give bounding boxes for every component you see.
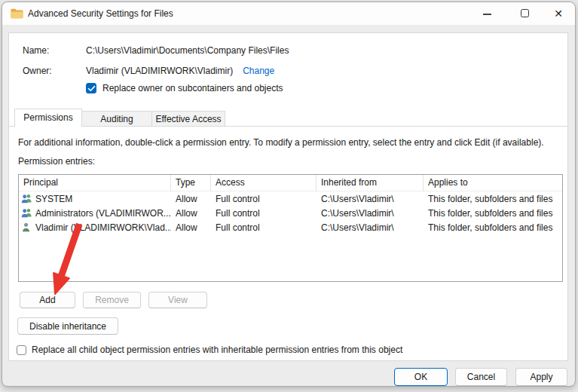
replace-child-label: Replace all child object permission entr… [32, 345, 402, 355]
window-title: Advanced Security Settings for Files [28, 2, 173, 25]
table-header: Principal Type Access Inherited from App… [19, 175, 562, 191]
replace-owner-checkbox[interactable] [86, 83, 96, 93]
minimize-icon [483, 14, 491, 15]
owner-row: Owner: Vladimir (VLADIMIRWORK\Vladimir) … [23, 66, 274, 76]
owner-value: Vladimir (VLADIMIRWORK\Vladimir) [86, 66, 233, 76]
cell-type: Allow [171, 208, 211, 219]
change-owner-link[interactable]: Change [243, 66, 274, 76]
maximize-icon [521, 9, 529, 17]
ok-button[interactable]: OK [394, 368, 448, 386]
close-icon: ✕ [546, 2, 571, 25]
advanced-security-settings-window: Advanced Security Settings for Files ✕ N… [2, 2, 576, 387]
dialog-content-panel: Name: C:\Users\Vladimir\Documents\Compan… [8, 32, 568, 361]
tab-permissions[interactable]: Permissions [14, 109, 82, 127]
minimize-button[interactable] [474, 2, 500, 25]
add-button[interactable]: Add [20, 292, 75, 308]
group-icon [21, 207, 32, 219]
checkmark-icon [87, 84, 96, 93]
maximize-button[interactable] [512, 2, 537, 25]
cell-principal: Administrators (VLADIMIRWOR... [35, 208, 171, 219]
cell-applies-to: This folder, subfolders and files [424, 222, 562, 233]
cell-access: Full control [211, 194, 317, 204]
name-label: Name: [23, 45, 86, 56]
column-header-applies-to[interactable]: Applies to [424, 175, 562, 191]
tab-effective-access[interactable]: Effective Access [151, 111, 225, 126]
cancel-button[interactable]: Cancel [455, 368, 507, 386]
close-button[interactable]: ✕ [546, 2, 571, 25]
owner-label: Owner: [23, 66, 86, 76]
cell-inherited-from: C:\Users\Vladimir\ [317, 194, 424, 204]
cell-applies-to: This folder, subfolders and files [424, 194, 562, 204]
cell-access: Full control [211, 208, 317, 219]
column-header-principal[interactable]: Principal [19, 175, 171, 191]
title-bar: Advanced Security Settings for Files ✕ [2, 2, 575, 25]
column-header-access[interactable]: Access [211, 175, 317, 191]
cell-access: Full control [211, 222, 317, 233]
table-row[interactable]: Vladimir (VLADIMIRWORK\Vlad... Allow Ful… [19, 220, 562, 234]
folder-icon [11, 8, 23, 19]
view-button[interactable]: View [148, 292, 207, 308]
cell-principal: Vladimir (VLADIMIRWORK\Vlad... [35, 222, 171, 233]
cell-applies-to: This folder, subfolders and files [424, 208, 562, 219]
name-row: Name: C:\Users\Vladimir\Documents\Compan… [23, 45, 289, 56]
column-header-inherited-from[interactable]: Inherited from [317, 175, 424, 191]
group-icon [21, 193, 32, 204]
permission-entries-label: Permission entries: [18, 156, 95, 167]
permissions-table: Principal Type Access Inherited from App… [18, 174, 563, 282]
tab-auditing[interactable]: Auditing [81, 111, 152, 126]
user-icon [21, 222, 32, 233]
cell-type: Allow [171, 194, 211, 204]
cell-principal: SYSTEM [35, 194, 72, 204]
info-text: For additional information, double-click… [18, 137, 562, 148]
cell-type: Allow [171, 222, 211, 233]
tab-strip-line [9, 126, 567, 127]
cell-inherited-from: C:\Users\Vladimir\ [317, 222, 424, 233]
replace-child-checkbox[interactable] [17, 345, 26, 355]
name-value: C:\Users\Vladimir\Documents\Company File… [86, 45, 289, 56]
column-header-type[interactable]: Type [171, 175, 211, 191]
replace-owner-label: Replace owner on subcontainers and objec… [102, 83, 283, 93]
apply-button[interactable]: Apply [515, 368, 567, 386]
table-row[interactable]: SYSTEM Allow Full control C:\Users\Vladi… [19, 191, 562, 206]
table-row[interactable]: Administrators (VLADIMIRWOR... Allow Ful… [19, 206, 562, 220]
disable-inheritance-button[interactable]: Disable inheritance [17, 317, 118, 335]
cell-inherited-from: C:\Users\Vladimir\ [317, 208, 424, 219]
remove-button[interactable]: Remove [83, 292, 141, 308]
